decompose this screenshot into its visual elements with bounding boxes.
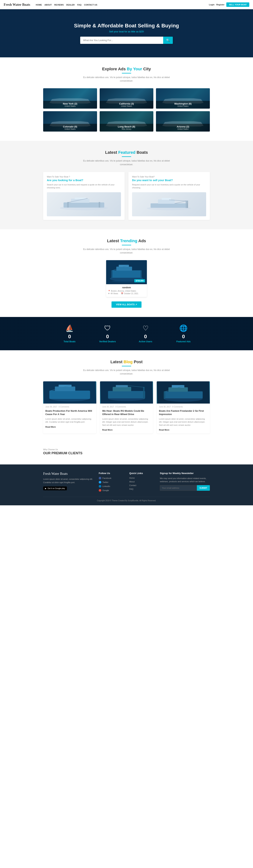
svg-rect-12 xyxy=(187,200,188,208)
blog-post-3-readmore[interactable]: Read More xyxy=(159,429,169,431)
city-overlay-newyork: New York (2) United States xyxy=(43,101,97,108)
svg-rect-1 xyxy=(63,203,104,208)
blog-post-3-excerpt: Lorem ipsum dolor sit amet, consectetur … xyxy=(159,417,207,427)
trending-card-name: random xyxy=(108,286,145,289)
premium-inner: Why Choose Us OUR PREMIUM CLIENTS xyxy=(43,448,210,455)
featured-card-1-title: Are you looking for a Boat? xyxy=(47,179,121,182)
nav-item-contact[interactable]: Contact Us xyxy=(84,4,97,6)
footer-social-linkedin[interactable]: LinkedIn xyxy=(99,485,124,488)
blog-post-2-readmore[interactable]: Read More xyxy=(102,429,113,431)
nav-item-reviews[interactable]: Reviews xyxy=(54,4,64,6)
blog-post-1-image xyxy=(43,381,96,404)
stats-section: ⛵ 0 Total Boats 🛡 0 Verified Dealers ♡ 0… xyxy=(0,317,253,350)
footer-about: Fresh Water Boats Lorem ipsum dolor sit … xyxy=(43,472,93,493)
blog-img-svg-1 xyxy=(43,381,96,404)
blog-post-1: June 30, 2017 0 Comments Boats Productio… xyxy=(43,381,96,434)
explore-divider xyxy=(122,73,131,73)
svg-line-14 xyxy=(175,201,186,204)
view-all-boats-button[interactable]: VIEW ALL BOATS ↗ xyxy=(112,302,141,308)
city-country-washington: United States xyxy=(158,105,208,107)
footer-newsletter: Signup for Weekly Newsletter We may send… xyxy=(160,472,210,493)
nav-register[interactable]: Register xyxy=(216,3,224,6)
trending-card-views: 👁 49 Views xyxy=(108,292,118,294)
featured-card-2: Want To Sale Your Boat? Do you want to s… xyxy=(128,172,210,220)
footer-desc: Lorem ipsum dolor sit amet, consectetur … xyxy=(43,477,93,484)
stat-users-value: 0 xyxy=(128,334,163,340)
footer-social-google[interactable]: Google xyxy=(99,489,124,492)
trending-card-body: random 📍 Boston, Arizona, United States … xyxy=(106,284,147,297)
twitter-icon xyxy=(99,481,101,484)
city-card-newyork[interactable]: New York (2) United States xyxy=(43,88,97,108)
linkedin-icon xyxy=(99,485,101,488)
nav-item-about[interactable]: About xyxy=(45,4,52,6)
footer-app-button[interactable]: ▶ Get it on Google play xyxy=(43,487,67,490)
featured-boat-svg-1 xyxy=(52,197,115,212)
footer-social-twitter[interactable]: Twitter xyxy=(99,481,124,484)
svg-rect-32 xyxy=(108,391,145,398)
calendar-icon: 📅 xyxy=(121,292,123,294)
featured-grid: Want To Sale Your Boat ? Are you looking… xyxy=(43,172,210,220)
stat-active-users: ♡ 0 Active Users xyxy=(128,324,163,343)
newsletter-email-input[interactable] xyxy=(160,485,197,491)
city-card-longbeach[interactable]: Long Beach (8) New Jersey xyxy=(100,111,153,131)
svg-rect-18 xyxy=(116,267,132,271)
footer-newsletter-heading: Signup for Weekly Newsletter xyxy=(160,472,210,475)
city-card-arizona[interactable]: Arizona (2) United States xyxy=(156,111,210,131)
footer-quicklink-contact[interactable]: Contact xyxy=(129,484,154,487)
trending-card-location: 📍 Boston, Arizona, United States xyxy=(108,290,145,292)
search-button[interactable]: 🔍 xyxy=(163,37,173,44)
svg-rect-3 xyxy=(75,197,86,199)
hero-title: Simple & Affordable Boat Selling & Buyin… xyxy=(74,23,179,29)
newsletter-submit-button[interactable]: SUBMIT xyxy=(197,485,210,491)
featured-boat-svg-2 xyxy=(138,197,201,212)
navbar: Fresh Water Boats Home About Reviews Dea… xyxy=(0,0,253,9)
nav-sell-button[interactable]: SELL YOUR BOAT xyxy=(226,2,249,7)
trending-price-badge: $750,000 xyxy=(134,279,145,282)
blog-post-3-body: June 30, 2017 0 Comments Boats Are Faste… xyxy=(157,404,210,434)
nav-item-home[interactable]: Home xyxy=(36,4,42,6)
svg-rect-21 xyxy=(140,270,142,278)
stat-verified-dealers: 🛡 0 Verified Dealers xyxy=(90,324,125,343)
footer-quicklink-faq[interactable]: FAQ xyxy=(129,488,154,490)
stats-grid: ⛵ 0 Total Boats 🛡 0 Verified Dealers ♡ 0… xyxy=(52,324,201,343)
featured-card-1-label: Want To Sale Your Boat ? xyxy=(47,176,121,178)
city-card-california[interactable]: California (3) United States xyxy=(100,88,153,108)
nav-item-dealer[interactable]: Dealer xyxy=(66,4,75,6)
footer-social: Follow Us Facebook Twitter LinkedIn Goog… xyxy=(99,472,124,493)
svg-rect-4 xyxy=(67,202,69,208)
blog-post-3-image xyxy=(157,381,210,404)
trending-desc: Eu delicate rationibus uos. Vis te putan… xyxy=(80,248,173,255)
blog-desc: Eu delicate rationibus uos. Vis te putan… xyxy=(80,369,173,376)
stat-boats-value: 0 xyxy=(52,334,87,340)
stat-dealers-value: 0 xyxy=(90,334,125,340)
nav-login[interactable]: Login xyxy=(209,3,215,6)
trending-card-1[interactable]: $750,000 random 📍 Boston, Arizona, Unite… xyxy=(106,260,147,297)
featured-heading: Latest Featured Boats xyxy=(4,150,249,155)
svg-rect-10 xyxy=(162,198,171,200)
featured-card-1: Want To Sale Your Boat ? Are you looking… xyxy=(43,172,125,220)
stat-boats-label: Total Boats xyxy=(52,340,87,343)
city-card-washington[interactable]: Washington (6) United States xyxy=(156,88,210,108)
featured-card-2-desc: Request search your car in our Inventory… xyxy=(132,183,206,189)
featured-card-1-desc: Search your car in our Inventory and req… xyxy=(47,183,121,189)
svg-rect-2 xyxy=(71,199,89,203)
boats-icon: ⛵ xyxy=(52,324,87,332)
svg-rect-17 xyxy=(112,270,141,278)
city-card-colorado[interactable]: Colorado (0) United States xyxy=(43,111,97,131)
explore-desc: Eu delicate rationibus uos. Vis te putan… xyxy=(80,76,173,83)
city-name-colorado: Colorado (0) xyxy=(45,125,95,128)
footer-quicklink-home[interactable]: Home xyxy=(129,477,154,479)
newsletter-form: SUBMIT xyxy=(160,485,210,491)
svg-rect-33 xyxy=(113,387,131,391)
blog-post-1-readmore[interactable]: Read More xyxy=(46,426,56,428)
trending-cards-area: $750,000 random 📍 Boston, Arizona, Unite… xyxy=(4,260,249,298)
dealers-icon: 🛡 xyxy=(90,324,125,332)
featured-card-2-label: Want To Sale Your Boat? xyxy=(132,176,206,178)
facebook-icon xyxy=(99,477,101,479)
featured-divider xyxy=(122,156,131,157)
nav-item-faq[interactable]: FAQ xyxy=(77,4,82,6)
footer-social-facebook[interactable]: Facebook xyxy=(99,477,124,479)
footer-quicklink-about[interactable]: About xyxy=(129,480,154,483)
footer-quicklinks-heading: Quick Links xyxy=(129,472,154,475)
search-input[interactable] xyxy=(80,37,163,44)
